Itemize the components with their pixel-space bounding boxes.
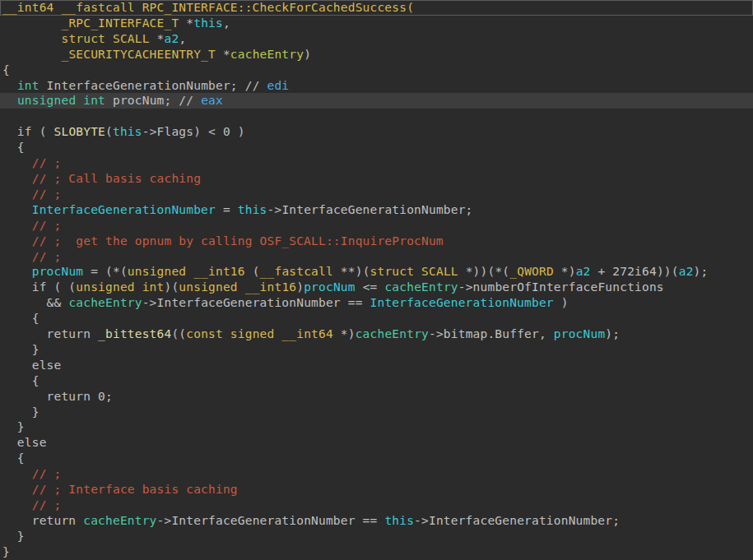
code-token[interactable]: *): [333, 327, 356, 340]
code-line[interactable]: // ; Call basis caching: [0, 171, 753, 187]
code-token[interactable]: this: [193, 16, 223, 30]
code-token[interactable]: ->numberOfInterfaceFunctions: [458, 280, 664, 294]
code-token[interactable]: _RPC_INTERFACE_T: [61, 16, 179, 30]
code-token[interactable]: cacheEntry: [68, 296, 142, 309]
code-token[interactable]: _QWORD: [509, 265, 554, 278]
code-token[interactable]: )(: [164, 280, 179, 294]
code-token[interactable]: {: [2, 63, 10, 76]
code-token[interactable]: procNum: [32, 265, 84, 278]
code-token[interactable]: ->InterfaceGenerationNumber;: [414, 514, 620, 527]
code-token[interactable]: (: [245, 265, 260, 278]
code-line[interactable]: unsigned int procNum; // eax: [0, 93, 753, 109]
code-token[interactable]: unsigned __int16: [128, 265, 245, 278]
code-token[interactable]: {: [2, 312, 40, 325]
code-token[interactable]: // ;: [2, 498, 61, 511]
code-token[interactable]: *))(*(: [458, 265, 510, 278]
code-token[interactable]: // ;: [2, 156, 61, 169]
code-line[interactable]: _SECURITYCACHEENTRY_T *cacheEntry): [0, 47, 753, 62]
code-token[interactable]: __int64 __fastcall RPC_INTERFACE::CheckF…: [2, 1, 414, 14]
code-token[interactable]: ): [296, 280, 304, 294]
code-token[interactable]: return 0;: [2, 390, 113, 403]
code-token[interactable]: ->Flags) < 0 ): [142, 125, 245, 138]
code-line[interactable]: int InterfaceGenerationNumber; // edi: [0, 78, 753, 94]
code-token[interactable]: cacheEntry: [356, 327, 429, 340]
code-token[interactable]: // ;: [2, 467, 61, 480]
code-line[interactable]: InterfaceGenerationNumber = this->Interf…: [0, 202, 753, 218]
code-line[interactable]: }: [0, 529, 753, 544]
code-line[interactable]: }: [0, 342, 753, 358]
code-token[interactable]: unsigned int: [17, 94, 105, 107]
code-token[interactable]: [2, 48, 61, 61]
code-token[interactable]: this: [384, 514, 414, 527]
code-line[interactable]: // ; Interface basis caching: [0, 482, 753, 498]
code-token[interactable]: ->InterfaceGenerationNumber ==: [142, 296, 370, 309]
code-token[interactable]: }: [2, 420, 25, 433]
pseudocode-view[interactable]: __int64 __fastcall RPC_INTERFACE::CheckF…: [0, 0, 753, 560]
code-line[interactable]: else: [0, 358, 753, 373]
code-token[interactable]: SLOBYTE: [54, 125, 106, 138]
code-token[interactable]: }: [2, 545, 10, 558]
code-line[interactable]: [0, 109, 753, 124]
code-token[interactable]: // ; Interface basis caching: [2, 483, 238, 496]
code-token[interactable]: [2, 32, 61, 45]
code-token[interactable]: }: [2, 530, 25, 543]
code-token[interactable]: *: [150, 32, 165, 45]
code-line[interactable]: procNum = (*(unsigned __int16 (__fastcal…: [0, 264, 753, 280]
code-token[interactable]: ((: [171, 327, 186, 340]
code-line[interactable]: _RPC_INTERFACE_T *this,: [0, 16, 753, 31]
code-token[interactable]: return: [2, 514, 83, 527]
code-token[interactable]: );: [605, 327, 620, 340]
code-token[interactable]: **)(: [333, 265, 370, 278]
code-token[interactable]: {: [2, 374, 40, 387]
code-line[interactable]: return _bittest64((const signed __int64 …: [0, 326, 753, 342]
code-line[interactable]: if ( (unsigned int)(unsigned __int16)pro…: [0, 280, 753, 295]
code-token[interactable]: ,: [179, 32, 186, 45]
code-token[interactable]: <=: [356, 280, 385, 294]
code-token[interactable]: a2: [165, 32, 179, 45]
code-token[interactable]: ->bitmap.Buffer,: [429, 327, 554, 340]
code-token[interactable]: InterfaceGenerationNumber; //: [40, 79, 267, 92]
code-line[interactable]: // ;: [0, 498, 753, 513]
code-token[interactable]: unsigned int: [76, 280, 164, 294]
code-line[interactable]: && cacheEntry->InterfaceGenerationNumber…: [0, 295, 753, 311]
code-token[interactable]: if (: [2, 125, 54, 138]
code-token[interactable]: InterfaceGenerationNumber: [32, 203, 216, 216]
code-token[interactable]: ): [554, 296, 569, 309]
code-token[interactable]: [2, 16, 61, 30]
code-line[interactable]: }: [0, 544, 753, 560]
code-token[interactable]: [2, 94, 17, 107]
code-line[interactable]: {: [0, 140, 753, 155]
code-token[interactable]: // ; get the opnum by calling OSF_SCALL:…: [2, 234, 444, 248]
code-token[interactable]: // ;: [2, 219, 61, 232]
code-token[interactable]: edi: [267, 79, 290, 92]
code-token[interactable]: *: [179, 16, 193, 30]
code-token[interactable]: {: [2, 451, 25, 465]
code-token[interactable]: = (*(: [83, 265, 128, 278]
code-token[interactable]: cacheEntry: [230, 48, 304, 61]
code-line[interactable]: // ;: [0, 466, 753, 482]
code-token[interactable]: (: [105, 125, 113, 138]
code-token[interactable]: else: [2, 359, 61, 372]
code-token[interactable]: struct SCALL: [61, 32, 149, 45]
code-line[interactable]: return 0;: [0, 389, 753, 405]
code-line[interactable]: __int64 __fastcall RPC_INTERFACE::CheckF…: [0, 0, 753, 16]
code-token[interactable]: }: [2, 405, 40, 419]
code-token[interactable]: &&: [2, 296, 68, 309]
code-token[interactable]: int: [17, 79, 40, 92]
code-token[interactable]: // ;: [2, 250, 61, 263]
code-token[interactable]: + 272i64))(: [591, 265, 679, 278]
code-line[interactable]: // ; get the opnum by calling OSF_SCALL:…: [0, 234, 753, 249]
code-token[interactable]: const signed __int64: [186, 327, 333, 340]
code-token[interactable]: this: [113, 125, 142, 138]
code-token[interactable]: cacheEntry: [83, 514, 156, 527]
code-token[interactable]: // ; Call basis caching: [2, 172, 201, 185]
code-token[interactable]: ->InterfaceGenerationNumber;: [267, 203, 473, 216]
code-token[interactable]: __fastcall: [260, 265, 333, 278]
code-token[interactable]: procNum: [304, 280, 356, 294]
code-token[interactable]: procNum; //: [105, 94, 201, 107]
code-token[interactable]: *): [554, 265, 576, 278]
code-token[interactable]: _bittest64: [98, 327, 171, 340]
code-token[interactable]: ): [304, 48, 311, 61]
code-line[interactable]: return cacheEntry->InterfaceGenerationNu…: [0, 513, 753, 529]
code-line[interactable]: {: [0, 311, 753, 326]
